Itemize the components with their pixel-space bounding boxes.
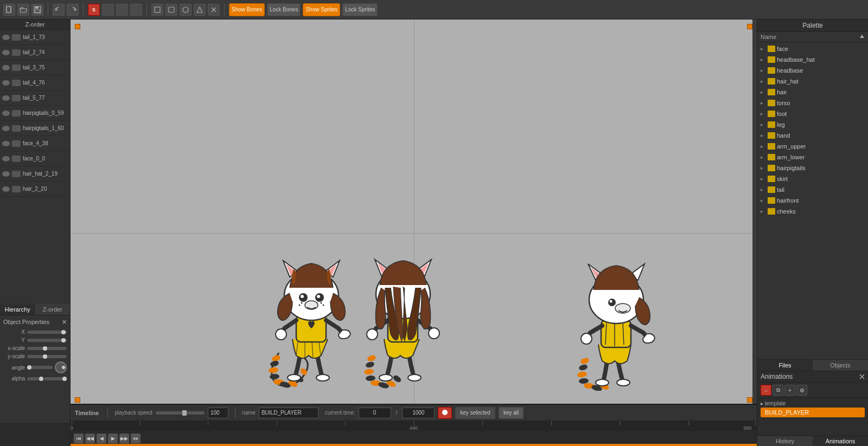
tree-item[interactable]: ▸ headbase_hat bbox=[757, 54, 868, 65]
eye-icon[interactable] bbox=[2, 141, 10, 146]
lock-sprites-button[interactable]: Lock Sprites bbox=[342, 3, 378, 16]
speed-slider[interactable] bbox=[156, 411, 205, 415]
prop-alpha-slider2[interactable] bbox=[44, 377, 67, 380]
angle-dial[interactable] bbox=[55, 361, 67, 373]
expand-icon[interactable]: ▸ bbox=[761, 165, 766, 171]
skip-end-button[interactable]: ⏭ bbox=[131, 434, 141, 443]
tree-item[interactable]: ▸ hand bbox=[757, 130, 868, 141]
eye-icon[interactable] bbox=[2, 95, 10, 101]
key-selected-button[interactable]: key selected bbox=[455, 407, 495, 419]
zorder-item[interactable]: tail_4_76 bbox=[0, 75, 70, 91]
total-time-input[interactable] bbox=[402, 408, 435, 418]
prop-xscale-slider[interactable] bbox=[27, 347, 67, 350]
tree-item[interactable]: ▸ face bbox=[757, 43, 868, 54]
expand-icon[interactable]: ▸ bbox=[761, 46, 766, 51]
anim-delete-btn[interactable]: – bbox=[761, 385, 771, 396]
sort-icon[interactable] bbox=[859, 34, 865, 40]
prop-x-slider[interactable] bbox=[27, 331, 67, 334]
open-file-icon[interactable] bbox=[17, 4, 29, 16]
corner-tl[interactable] bbox=[75, 24, 80, 29]
hierarchy-tab[interactable]: Hierarchy bbox=[0, 303, 35, 315]
expand-icon[interactable]: ▸ bbox=[761, 144, 766, 149]
expand-icon[interactable]: ▸ bbox=[761, 154, 766, 160]
eye-icon[interactable] bbox=[2, 35, 10, 40]
zorder-item[interactable]: tail_5_77 bbox=[0, 91, 70, 106]
history-tab[interactable]: History bbox=[757, 436, 813, 446]
tree-item[interactable]: ▸ cheeks bbox=[757, 206, 868, 217]
anim-item-build-player[interactable]: BUILD_PLAYER bbox=[761, 408, 865, 417]
prop-angle-slider[interactable] bbox=[27, 366, 53, 369]
view2-icon[interactable] bbox=[165, 4, 177, 16]
tool1-icon[interactable] bbox=[102, 4, 114, 16]
files-tab[interactable]: Files bbox=[757, 360, 813, 371]
zorder-list[interactable]: tail_1_73 tail_2_74 tail_3_75 tail_4_76 … bbox=[0, 30, 70, 303]
skip-start-button[interactable]: ⏮ bbox=[74, 434, 84, 443]
eye-icon[interactable] bbox=[2, 156, 10, 161]
expand-icon[interactable]: ▸ bbox=[761, 198, 766, 203]
corner-bl[interactable] bbox=[75, 397, 80, 403]
tree-item[interactable]: ▸ leg bbox=[757, 119, 868, 130]
undo-icon[interactable] bbox=[53, 4, 65, 16]
eye-icon[interactable] bbox=[2, 50, 10, 55]
expand-icon[interactable]: ▸ bbox=[761, 79, 766, 84]
tree-item[interactable]: ▸ skirt bbox=[757, 173, 868, 184]
tree-item[interactable]: ▸ headbase bbox=[757, 65, 868, 76]
viewport-vscroll[interactable] bbox=[752, 20, 757, 446]
next-frame-button[interactable]: ▶▶ bbox=[119, 434, 129, 443]
zorder-item[interactable]: face_4_38 bbox=[0, 136, 70, 151]
anim-settings-btn[interactable]: ⚙ bbox=[796, 385, 807, 396]
view3-icon[interactable] bbox=[180, 4, 192, 16]
expand-icon[interactable]: ▸ bbox=[761, 133, 766, 138]
eye-icon[interactable] bbox=[2, 126, 10, 131]
tree-item[interactable]: ▸ foot bbox=[757, 108, 868, 119]
objects-tab[interactable]: Objects bbox=[813, 360, 868, 371]
spriter-icon[interactable]: S bbox=[88, 4, 100, 16]
tree-item[interactable]: ▸ arm_upper bbox=[757, 141, 868, 152]
zorder-tab[interactable]: Z-order bbox=[35, 303, 71, 315]
anim-close-icon[interactable] bbox=[859, 374, 865, 379]
zorder-item[interactable]: tail_1_73 bbox=[0, 30, 70, 45]
tree-item[interactable]: ▸ torso bbox=[757, 98, 868, 108]
tree-item[interactable]: ▸ hairpigtails bbox=[757, 163, 868, 173]
save-file-icon[interactable] bbox=[31, 4, 43, 16]
expand-icon[interactable]: ▸ bbox=[761, 111, 766, 117]
prev-key-button[interactable]: ◀◀ bbox=[85, 434, 95, 443]
tool3-icon[interactable] bbox=[130, 4, 142, 16]
prev-frame-button[interactable]: ◀ bbox=[97, 434, 106, 443]
props-close-icon[interactable]: ✕ bbox=[62, 319, 67, 326]
expand-icon[interactable]: ▸ bbox=[761, 187, 766, 192]
tree-item[interactable]: ▸ tail bbox=[757, 184, 868, 195]
eye-icon[interactable] bbox=[2, 80, 10, 86]
key-all-button[interactable]: key all bbox=[499, 407, 524, 419]
tree-item[interactable]: ▸ arm_lower bbox=[757, 152, 868, 163]
expand-icon[interactable]: ▸ bbox=[761, 176, 766, 182]
view1-icon[interactable] bbox=[151, 4, 163, 16]
tree-item[interactable]: ▸ hair bbox=[757, 87, 868, 98]
tree-item[interactable]: ▸ hairfront bbox=[757, 195, 868, 206]
redo-icon[interactable] bbox=[67, 4, 79, 16]
speed-value-input[interactable] bbox=[208, 408, 228, 418]
tree-item[interactable]: ▸ hair_hat bbox=[757, 76, 868, 87]
eye-icon[interactable] bbox=[2, 111, 10, 116]
lock-bones-button[interactable]: Lock Bones bbox=[267, 3, 301, 16]
corner-tr[interactable] bbox=[747, 24, 752, 29]
viewport[interactable]: Timeline playback speed name current tim… bbox=[71, 20, 757, 446]
current-time-input[interactable] bbox=[359, 408, 391, 418]
tool2-icon[interactable] bbox=[116, 4, 128, 16]
zorder-item[interactable]: hair_2_20 bbox=[0, 182, 70, 197]
prop-alpha-slider1[interactable] bbox=[27, 377, 42, 380]
show-bones-button[interactable]: Show Bones bbox=[229, 3, 265, 16]
zorder-item[interactable]: hairpigtails_1_60 bbox=[0, 121, 70, 136]
zorder-item[interactable]: tail_3_75 bbox=[0, 60, 70, 75]
eye-icon[interactable] bbox=[2, 186, 10, 192]
transform-icon[interactable] bbox=[208, 4, 220, 16]
show-sprites-button[interactable]: Show Sprites bbox=[303, 3, 340, 16]
expand-icon[interactable]: ▸ bbox=[761, 100, 766, 106]
expand-icon[interactable]: ▸ bbox=[761, 89, 766, 95]
view4-icon[interactable] bbox=[194, 4, 206, 16]
name-input[interactable] bbox=[259, 408, 318, 418]
new-file-icon[interactable] bbox=[3, 4, 15, 16]
expand-icon[interactable]: ▸ bbox=[761, 122, 766, 127]
anim-copy-btn[interactable]: ⧉ bbox=[773, 385, 783, 396]
zorder-item[interactable]: tail_2_74 bbox=[0, 45, 70, 60]
